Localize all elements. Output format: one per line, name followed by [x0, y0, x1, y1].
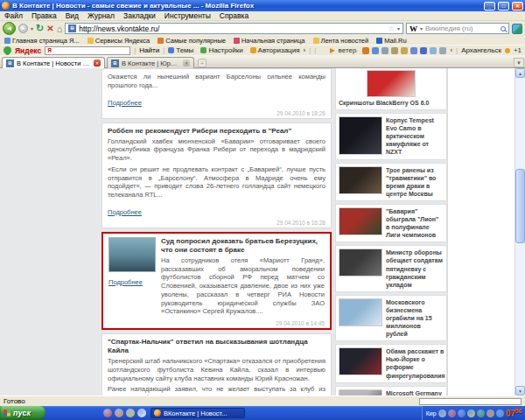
tab-news-active[interactable]: В В Контакте | Новости - самые с... ✕: [2, 57, 105, 68]
url-bar[interactable]: В ☆ ▾: [65, 23, 403, 34]
yandex-toolbar-button[interactable]: Авторизация: [250, 46, 300, 54]
news-item[interactable]: ПодробнееСуд попросил доказать братьев Б…: [102, 232, 332, 330]
wikipedia-engine-icon[interactable]: W: [410, 24, 417, 33]
news-headline[interactable]: Суд попросил доказать братьев Березуцких…: [161, 237, 325, 255]
forward-button[interactable]: ►: [18, 24, 28, 33]
search-placeholder[interactable]: Википедия (ru): [425, 24, 498, 32]
yandex-toolbar-button[interactable]: Настройки: [200, 46, 242, 54]
menu-item[interactable]: Файл: [4, 11, 23, 20]
bookmark-item[interactable]: Сервисы Яндекса: [88, 37, 150, 45]
bookmark-item[interactable]: Mail.Ru: [376, 37, 406, 45]
sidebar-news-item[interactable]: Скриншоты BlackBerry OS 6.0: [335, 68, 447, 110]
sidebar-headline[interactable]: Обама расскажет в Нью-Йорке о реформе фи…: [386, 347, 445, 379]
yandex-collapse-button[interactable]: ‹: [450, 46, 452, 54]
sidebar-headline[interactable]: Корпус Tempest Evo Camo в арктическом ка…: [386, 116, 444, 156]
menu-item[interactable]: Правка: [32, 11, 57, 20]
home-button[interactable]: ⌂: [57, 24, 63, 34]
yandex-service-icon[interactable]: [391, 47, 398, 54]
scrollbar-thumb[interactable]: [515, 169, 525, 243]
yandex-service-icon[interactable]: [372, 47, 379, 54]
back-button[interactable]: ◄: [3, 22, 16, 35]
wind-informer-label[interactable]: ветер: [339, 46, 357, 54]
yandex-toolbar-button[interactable]: Темы: [168, 46, 193, 54]
menu-item[interactable]: Закладки: [123, 11, 156, 20]
news-item[interactable]: Роббен не рекомендует Рибери переходить …: [102, 122, 332, 228]
quick-launch-icon[interactable]: [126, 409, 135, 417]
quick-launch-icon[interactable]: [137, 409, 146, 417]
menu-item[interactable]: Журнал: [88, 11, 115, 20]
sidebar-headline[interactable]: "Бавария" обыграла "Лион" в полуфинале Л…: [386, 207, 444, 239]
yandex-service-icon[interactable]: [362, 47, 369, 54]
sidebar-headline[interactable]: Министр обороны обещает солдатам пятидне…: [386, 248, 444, 288]
sidebar-news-item[interactable]: Московского бизнесмена ограбили на 15 ми…: [335, 295, 447, 341]
tab-close-icon[interactable]: ✕: [183, 60, 190, 66]
tray-icon[interactable]: [477, 410, 485, 417]
read-more-link[interactable]: Подробнее: [108, 99, 142, 107]
sidebar-news-item[interactable]: Microsoft Germany раскрыла параметры тел…: [335, 386, 447, 396]
scroll-down-icon[interactable]: ▼: [515, 386, 525, 396]
list-all-tabs-icon[interactable]: ▼: [514, 58, 524, 67]
yandex-service-icon[interactable]: [382, 47, 388, 54]
tray-icon[interactable]: [496, 410, 504, 417]
search-bar[interactable]: W ▾ Википедия (ru): [406, 23, 509, 34]
tray-icon[interactable]: [458, 410, 466, 417]
tray-icon[interactable]: [486, 410, 494, 417]
tab-profile[interactable]: В В Контакте | Юра /Gold/ Заходи... ✕: [107, 57, 194, 68]
language-indicator[interactable]: Кир: [426, 410, 437, 416]
news-item[interactable]: "Спартак-Нальчик" ответил на высказывани…: [102, 333, 332, 396]
bookmark-item[interactable]: Главная страница Я...: [4, 37, 80, 45]
history-dropdown-icon[interactable]: ▾: [31, 25, 33, 32]
sidebar-headline[interactable]: Microsoft Germany раскрыла параметры тел…: [386, 389, 444, 396]
vertical-scrollbar[interactable]: ▲ ▼: [514, 68, 525, 396]
yandex-find-button[interactable]: Найти: [139, 46, 159, 54]
stop-button[interactable]: ✕: [46, 24, 53, 33]
close-button[interactable]: ✕: [512, 2, 523, 10]
sidebar-news-item[interactable]: Корпус Tempest Evo Camo в арктическом ка…: [335, 113, 447, 159]
extension-icon[interactable]: [512, 24, 522, 34]
bookmark-item[interactable]: Начальная страница: [234, 37, 305, 45]
minimize-button[interactable]: _: [484, 2, 495, 10]
bookmark-item[interactable]: Самые популярные: [158, 37, 226, 45]
weather-city[interactable]: Архангельск: [461, 46, 501, 54]
sidebar-headline[interactable]: Скриншоты BlackBerry OS 6.0: [339, 99, 444, 107]
quick-launch-icon[interactable]: [103, 409, 112, 417]
menu-item[interactable]: Вид: [66, 11, 79, 20]
sidebar-headline[interactable]: Трое ранены из "травматики" во время дра…: [386, 166, 444, 198]
yandex-service-icon[interactable]: [420, 47, 427, 54]
bookmark-item[interactable]: Лента новостей: [313, 37, 369, 45]
sidebar-news-item[interactable]: "Бавария" обыграла "Лион" в полуфинале Л…: [335, 204, 447, 242]
bookmark-star-icon[interactable]: ☆: [388, 24, 395, 32]
tray-icon[interactable]: [438, 410, 446, 417]
search-go-icon[interactable]: [500, 26, 506, 32]
menu-item[interactable]: Инструменты: [164, 11, 211, 20]
read-more-link[interactable]: Подробнее: [108, 208, 142, 216]
yandex-service-icon[interactable]: [430, 47, 437, 54]
news-headline[interactable]: "Спартак-Нальчик" ответил на высказывани…: [108, 338, 326, 355]
sidebar-news-item[interactable]: Обама расскажет в Нью-Йорке о реформе фи…: [335, 344, 447, 382]
sidebar-headline[interactable]: Московского бизнесмена ограбили на 15 ми…: [386, 298, 444, 338]
news-item[interactable]: Окажется ли нынешний вариант Барселоны с…: [102, 68, 332, 119]
read-more-link[interactable]: Подробнее: [108, 278, 143, 286]
yandex-service-icon[interactable]: [410, 47, 417, 54]
sidebar-news-item[interactable]: Министр обороны обещает солдатам пятидне…: [335, 245, 447, 291]
maximize-button[interactable]: □: [498, 2, 509, 10]
tab-close-icon[interactable]: ✕: [94, 60, 101, 66]
menu-item[interactable]: Справка: [220, 11, 248, 20]
yandex-service-icon[interactable]: [439, 47, 446, 54]
new-tab-button[interactable]: +: [198, 59, 206, 67]
tray-icon[interactable]: [467, 410, 475, 417]
reload-button[interactable]: ↻: [36, 24, 44, 33]
engine-dropdown-icon[interactable]: ▾: [420, 25, 423, 32]
quick-launch-icon[interactable]: [115, 409, 123, 417]
news-headline[interactable]: Роббен не рекомендует Рибери переходить …: [108, 127, 326, 136]
yandex-overflow-button[interactable]: ›: [303, 46, 305, 54]
start-button[interactable]: пуск: [0, 406, 46, 420]
wind-informer-icon[interactable]: [330, 48, 335, 53]
tray-icon[interactable]: [448, 410, 456, 417]
taskbar-window-button[interactable]: ВКонтакте | Новост...: [150, 408, 245, 418]
scroll-up-icon[interactable]: ▲: [515, 68, 525, 78]
yandex-search-input[interactable]: Я: [45, 46, 130, 55]
tray-clock[interactable]: 0756: [506, 408, 522, 418]
yandex-service-icon[interactable]: [401, 47, 408, 54]
url-input[interactable]: [79, 24, 386, 33]
